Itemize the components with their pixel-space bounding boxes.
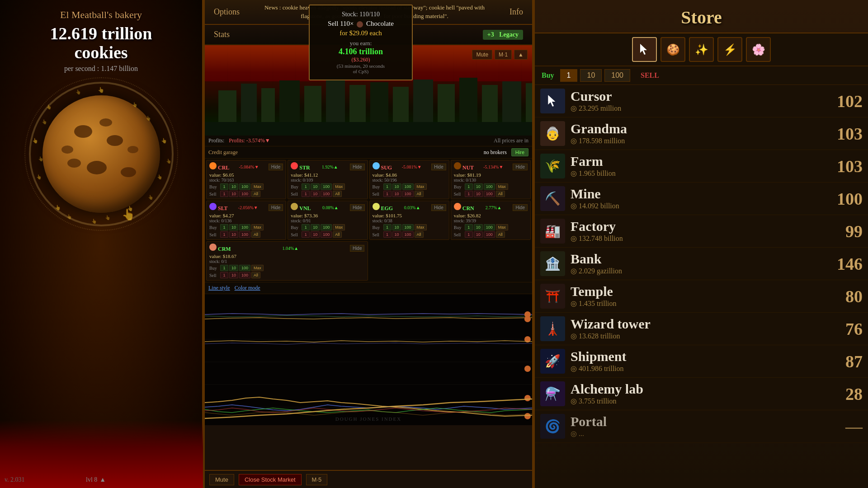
slt-buy-1[interactable]: 1: [220, 224, 228, 230]
egg-sell-100[interactable]: 100: [402, 231, 414, 238]
tab-blue[interactable]: ⚡: [717, 37, 742, 62]
crm-buy-max[interactable]: Max: [251, 265, 264, 271]
slt-buy-max[interactable]: Max: [251, 224, 264, 230]
tab-cookie[interactable]: 🍪: [660, 37, 685, 62]
sug-buy-10[interactable]: 10: [392, 183, 401, 190]
qty-1-button[interactable]: 1: [560, 69, 578, 82]
str-buy-100[interactable]: 100: [321, 183, 332, 190]
store-item-shipment[interactable]: 🚀 Shipment ◎ 401.986 trillion 87: [535, 345, 868, 378]
egg-sell-all[interactable]: All: [415, 231, 424, 238]
nut-hide[interactable]: Hide: [513, 164, 528, 170]
vnl-hide[interactable]: Hide: [350, 204, 365, 211]
store-item-bank[interactable]: 🏦 Bank ◎ 2.029 gazillion 146: [535, 248, 868, 280]
nut-sell-1[interactable]: 1: [465, 191, 473, 197]
crm-buy-10[interactable]: 10: [229, 265, 238, 271]
tab-gold[interactable]: ✨: [689, 37, 714, 62]
str-sell-all[interactable]: All: [333, 191, 342, 197]
sug-sell-100[interactable]: 100: [402, 191, 414, 197]
store-item-farm[interactable]: 🌾 Farm ◎ 1.965 billion 103: [535, 150, 868, 183]
crm-sell-100[interactable]: 100: [239, 272, 250, 278]
sug-buy-1[interactable]: 1: [383, 183, 392, 190]
egg-sell-1[interactable]: 1: [383, 231, 392, 238]
bottom-m5-button[interactable]: M·5: [306, 474, 328, 485]
crl-buy-1[interactable]: 1: [220, 183, 228, 190]
str-buy-1[interactable]: 1: [302, 183, 310, 190]
store-item-cursor[interactable]: Cursor ◎ 23.295 million 102: [535, 85, 868, 117]
egg-buy-1[interactable]: 1: [383, 224, 392, 230]
crl-buy-10[interactable]: 10: [229, 183, 238, 190]
store-item-wizard-tower[interactable]: 🗼 Wizard tower ◎ 13.628 trillion 76: [535, 313, 868, 345]
crm-buy-100[interactable]: 100: [239, 265, 250, 271]
slt-sell-all[interactable]: All: [251, 231, 260, 238]
str-sell-1[interactable]: 1: [302, 191, 310, 197]
crl-buy-100[interactable]: 100: [239, 183, 250, 190]
crm-buy-1[interactable]: 1: [220, 265, 228, 271]
crn-buy-max[interactable]: Max: [496, 224, 508, 230]
slt-buy-100[interactable]: 100: [239, 224, 250, 230]
slt-sell-10[interactable]: 10: [229, 231, 238, 238]
nut-sell-all[interactable]: All: [496, 191, 505, 197]
crn-buy-100[interactable]: 100: [484, 224, 495, 230]
store-item-grandma[interactable]: 👵 Grandma ◎ 178.598 million 103: [535, 117, 868, 150]
vnl-buy-10[interactable]: 10: [311, 224, 320, 230]
line-style-button[interactable]: Line style: [208, 285, 230, 291]
crn-sell-100[interactable]: 100: [484, 231, 495, 238]
str-sell-100[interactable]: 100: [321, 191, 332, 197]
store-item-mine[interactable]: ⛏️ Mine ◎ 14.092 billion 100: [535, 183, 868, 215]
hire-button[interactable]: Hire: [511, 148, 528, 156]
crl-sell-10[interactable]: 10: [229, 191, 238, 197]
sug-buy-max[interactable]: Max: [415, 183, 427, 190]
crn-sell-all[interactable]: All: [496, 231, 505, 238]
egg-buy-100[interactable]: 100: [402, 224, 414, 230]
vnl-sell-10[interactable]: 10: [311, 231, 320, 238]
crl-sell-100[interactable]: 100: [239, 191, 250, 197]
mute-button[interactable]: Mute: [472, 50, 492, 60]
crm-hide[interactable]: Hide: [350, 245, 365, 252]
egg-sell-10[interactable]: 10: [392, 231, 401, 238]
store-item-alchemy-lab[interactable]: ⚗️ Alchemy lab ◎ 3.755 trillion 28: [535, 378, 868, 410]
level-arrow-up[interactable]: ▲: [99, 476, 106, 483]
stats-button[interactable]: Stats: [205, 26, 239, 43]
crn-sell-10[interactable]: 10: [474, 231, 483, 238]
cookie-container[interactable]: 👆 👆 👆 👆 👆 👆 👆 👆 👆 👆 👆 👆 👆 👆 👆 👆 👆 👆: [29, 82, 174, 226]
sug-hide[interactable]: Hide: [431, 164, 446, 170]
close-market-button[interactable]: Close Stock Market: [239, 474, 302, 485]
crm-sell-all[interactable]: All: [251, 272, 260, 278]
crm-sell-1[interactable]: 1: [220, 272, 228, 278]
store-item-temple[interactable]: ⛩️ Temple ◎ 1.435 trillion 80: [535, 280, 868, 313]
egg-buy-10[interactable]: 10: [392, 224, 401, 230]
tab-pink[interactable]: 🌸: [746, 37, 771, 62]
vnl-buy-1[interactable]: 1: [302, 224, 310, 230]
level-m1-button[interactable]: M·1: [495, 50, 512, 60]
qty-10-button[interactable]: 10: [580, 69, 602, 82]
store-item-factory[interactable]: 🏭 Factory ◎ 132.748 billion 99: [535, 215, 868, 248]
crl-hide[interactable]: Hide: [269, 164, 283, 170]
crm-sell-10[interactable]: 10: [229, 272, 238, 278]
tab-cursor[interactable]: [632, 37, 657, 62]
str-buy-max[interactable]: Max: [333, 183, 345, 190]
qty-100-button[interactable]: 100: [604, 69, 630, 82]
bottom-mute-button[interactable]: Mute: [209, 474, 234, 485]
level-up-button[interactable]: ▲: [514, 50, 528, 60]
sug-buy-100[interactable]: 100: [402, 183, 414, 190]
egg-hide[interactable]: Hide: [431, 204, 446, 211]
sug-sell-10[interactable]: 10: [392, 191, 401, 197]
crn-buy-1[interactable]: 1: [465, 224, 473, 230]
color-mode-button[interactable]: Color mode: [235, 285, 260, 291]
crn-hide[interactable]: Hide: [513, 204, 528, 211]
vnl-sell-1[interactable]: 1: [302, 231, 310, 238]
str-hide[interactable]: Hide: [350, 164, 365, 170]
store-item-portal[interactable]: 🌀 Portal ◎ ... —: [535, 410, 868, 443]
nut-buy-max[interactable]: Max: [496, 183, 508, 190]
slt-hide[interactable]: Hide: [269, 204, 283, 211]
sug-sell-all[interactable]: All: [415, 191, 424, 197]
crn-buy-10[interactable]: 10: [474, 224, 483, 230]
nut-sell-100[interactable]: 100: [484, 191, 495, 197]
nut-buy-10[interactable]: 10: [474, 183, 483, 190]
vnl-buy-max[interactable]: Max: [333, 224, 345, 230]
str-sell-10[interactable]: 10: [311, 191, 320, 197]
nut-sell-10[interactable]: 10: [474, 191, 483, 197]
crn-sell-1[interactable]: 1: [465, 231, 473, 238]
crl-sell-1[interactable]: 1: [220, 191, 228, 197]
nut-buy-100[interactable]: 100: [484, 183, 495, 190]
